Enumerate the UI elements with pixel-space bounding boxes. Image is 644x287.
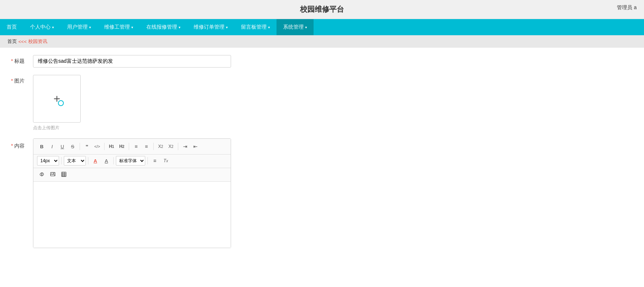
insert-image-button[interactable] xyxy=(48,170,58,179)
h1-button[interactable]: H1 xyxy=(107,142,116,151)
title-label: *标题 xyxy=(11,55,33,65)
code-button[interactable]: </> xyxy=(92,142,102,151)
h2-button[interactable]: H2 xyxy=(117,142,127,151)
nav-online-repair[interactable]: 在线报修管理 ▾ xyxy=(140,19,187,35)
chevron-down-icon: ▾ xyxy=(268,25,270,29)
chevron-down-icon: ▾ xyxy=(52,25,54,29)
unordered-list-button[interactable]: ≡ xyxy=(142,142,151,151)
app-title: 校园维修平台 xyxy=(300,5,344,13)
bold-button[interactable]: B xyxy=(37,142,47,151)
quote-button[interactable]: " xyxy=(82,142,92,151)
main-nav: 首页 个人中心 ▾ 用户管理 ▾ 维修工管理 ▾ 在线报修管理 ▾ 维修订单管理… xyxy=(0,19,644,35)
toolbar-separator xyxy=(178,143,178,150)
nav-message-board[interactable]: 留言板管理 ▾ xyxy=(234,19,277,35)
underline-button[interactable]: U xyxy=(58,142,67,151)
strikethrough-button[interactable]: S xyxy=(68,142,77,151)
superscript-button[interactable]: X2 xyxy=(166,142,176,151)
nav-system-mgmt[interactable]: 系统管理 ▾ xyxy=(277,19,314,35)
breadcrumb-home: 首页 xyxy=(7,38,17,45)
nav-home[interactable]: 首页 xyxy=(0,19,23,35)
toolbar-separator-v xyxy=(113,157,114,164)
required-indicator: * xyxy=(11,143,13,149)
header: 校园维修平台 管理员 a xyxy=(0,0,644,19)
chevron-down-icon: ▾ xyxy=(305,25,307,29)
toolbar-separator xyxy=(153,143,154,150)
chevron-down-icon: ▾ xyxy=(89,25,91,29)
editor-toolbar-row3 xyxy=(33,168,231,182)
subscript-button[interactable]: X2 xyxy=(156,142,165,151)
toolbar-separator-v xyxy=(147,157,148,164)
title-row: *标题 xyxy=(11,55,633,68)
nav-user-mgmt[interactable]: 用户管理 ▾ xyxy=(61,19,98,35)
outdent-button[interactable]: ⇤ xyxy=(191,142,200,151)
nav-personal[interactable]: 个人中心 ▾ xyxy=(23,19,61,35)
image-upload-area[interactable]: + xyxy=(33,75,81,123)
toolbar-separator xyxy=(104,143,105,150)
rich-text-editor: B I U S " </> H1 H2 ≡ ≡ X2 X2 xyxy=(33,138,231,248)
chevron-down-icon: ▾ xyxy=(226,25,228,29)
image-label: *图片 xyxy=(11,75,33,84)
toolbar-separator xyxy=(80,143,80,150)
upload-hint: 点击上传图片 xyxy=(33,125,59,131)
breadcrumb-current: 校园资讯 xyxy=(28,38,47,45)
ordered-list-button[interactable]: ≡ xyxy=(131,142,141,151)
font-size-select[interactable]: 14px 12px 16px 18px 20px xyxy=(37,156,59,166)
breadcrumb-separator: <<< xyxy=(18,39,27,44)
svg-point-1 xyxy=(53,173,54,174)
text-type-select[interactable]: 文本 标题1 标题2 xyxy=(64,156,86,166)
title-input[interactable] xyxy=(33,55,231,68)
nav-repair-order[interactable]: 维修订单管理 ▾ xyxy=(187,19,234,35)
content-label: *内容 xyxy=(11,138,33,149)
highlight-button[interactable]: A xyxy=(102,156,111,166)
link-button[interactable] xyxy=(37,170,47,179)
font-color-button[interactable]: A xyxy=(91,156,100,166)
toolbar-separator xyxy=(129,143,129,150)
editor-content-area[interactable] xyxy=(33,182,231,248)
cursor-icon xyxy=(58,100,64,106)
chevron-down-icon: ▾ xyxy=(179,25,180,29)
editor-toolbar-row2: 14px 12px 16px 18px 20px 文本 标题1 标题2 A A xyxy=(33,155,231,168)
align-center-button[interactable]: ≡ xyxy=(150,156,160,166)
required-indicator: * xyxy=(11,78,13,84)
content-row: *内容 B I U S " </> H1 H2 ≡ ≡ xyxy=(11,138,633,248)
indent-button[interactable]: ⇥ xyxy=(180,142,190,151)
required-indicator: * xyxy=(11,58,13,64)
nav-repair-worker[interactable]: 维修工管理 ▾ xyxy=(98,19,140,35)
image-row: *图片 + 点击上传图片 xyxy=(11,75,633,131)
toolbar-separator-v xyxy=(88,157,88,164)
page-content: *标题 *图片 + 点击上传图片 *内容 xyxy=(0,48,644,287)
breadcrumb: 首页 <<< 校园资讯 xyxy=(0,35,644,48)
user-info: 管理员 a xyxy=(617,4,637,11)
clear-format-button[interactable]: Tx xyxy=(161,156,171,166)
chevron-down-icon: ▾ xyxy=(131,25,133,29)
font-family-select[interactable]: 标准字体 宋体 微软雅黑 xyxy=(116,156,145,166)
italic-button[interactable]: I xyxy=(47,142,57,151)
insert-table-button[interactable] xyxy=(59,170,69,179)
editor-toolbar-row1: B I U S " </> H1 H2 ≡ ≡ X2 X2 xyxy=(33,139,231,155)
toolbar-separator-v xyxy=(61,157,62,164)
